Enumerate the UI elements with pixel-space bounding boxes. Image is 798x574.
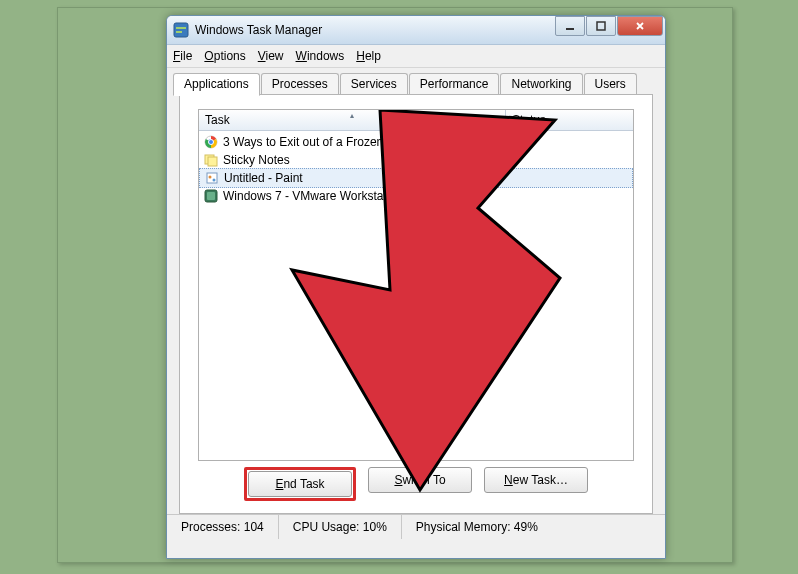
button-row: End Task Switch To New Task… [180,467,652,501]
tab-networking[interactable]: Networking [500,73,582,95]
end-task-button[interactable]: End Task [248,471,352,497]
applications-list[interactable]: Task ▴ Status 3 Ways to Exit out of a Fr… [198,109,634,461]
titlebar[interactable]: Windows Task Manager [167,16,665,45]
svg-rect-1 [176,27,186,29]
menu-view[interactable]: View [258,49,284,63]
list-header: Task ▴ Status [199,110,633,131]
svg-rect-10 [207,173,217,183]
menubar: File Options View Windows Help [167,45,665,68]
list-item-selected[interactable]: Untitled - Paint [199,168,633,188]
processes-value: 104 [244,520,264,534]
list-item[interactable]: Windows 7 - VMware Workstat [199,187,633,205]
new-task-button[interactable]: New Task… [484,467,588,493]
task-name: Untitled - Paint [224,171,628,185]
tab-applications[interactable]: Applications [173,73,260,96]
tabs-area: Applications Processes Services Performa… [167,68,665,514]
cpu-value: 10% [363,520,387,534]
list-body: 3 Ways to Exit out of a Frozen Computer … [199,131,633,207]
menu-file[interactable]: File [173,49,192,63]
app-icon [173,22,189,38]
menu-windows[interactable]: Windows [296,49,345,63]
status-memory: Physical Memory: 49% [402,515,552,539]
vmware-icon [203,188,219,204]
window-controls [554,16,663,36]
chrome-icon [203,134,219,150]
memory-label: Physical Memory: [416,520,511,534]
close-button[interactable] [617,16,663,36]
sticky-notes-icon [203,152,219,168]
switch-to-button[interactable]: Switch To [368,467,472,493]
tab-processes[interactable]: Processes [261,73,339,95]
statusbar: Processes: 104 CPU Usage: 10% Physical M… [167,514,665,539]
sort-indicator-icon: ▴ [350,111,354,120]
column-task[interactable]: Task ▴ [199,110,506,130]
end-task-highlight: End Task [244,467,356,501]
list-item[interactable]: Sticky Notes [199,151,633,169]
svg-point-11 [209,176,212,179]
tab-performance[interactable]: Performance [409,73,500,95]
minimize-button[interactable] [555,16,585,36]
svg-rect-0 [174,23,188,37]
tab-users[interactable]: Users [584,73,637,95]
svg-rect-9 [208,157,217,166]
maximize-button[interactable] [586,16,616,36]
column-status-label: Status [512,113,546,127]
tab-content: Task ▴ Status 3 Ways to Exit out of a Fr… [179,94,653,514]
svg-point-12 [213,179,216,182]
tab-services[interactable]: Services [340,73,408,95]
status-processes: Processes: 104 [167,515,279,539]
column-task-label: Task [205,113,230,127]
task-name: Sticky Notes [223,153,629,167]
column-status[interactable]: Status [506,110,633,130]
list-item[interactable]: 3 Ways to Exit out of a Frozen Computer … [199,133,633,151]
task-manager-window: Windows Task Manager File Options View W… [166,15,666,559]
processes-label: Processes: [181,520,240,534]
paint-icon [204,170,220,186]
task-name: 3 Ways to Exit out of a Frozen Computer … [223,135,629,149]
task-name: Windows 7 - VMware Workstat [223,189,629,203]
svg-rect-14 [207,192,215,200]
cpu-label: CPU Usage: [293,520,360,534]
svg-rect-2 [176,31,182,33]
memory-value: 49% [514,520,538,534]
svg-rect-3 [566,28,574,30]
status-cpu: CPU Usage: 10% [279,515,402,539]
svg-point-7 [209,140,214,145]
tab-strip: Applications Processes Services Performa… [173,73,659,95]
menu-options[interactable]: Options [204,49,245,63]
svg-rect-4 [597,22,605,30]
menu-help[interactable]: Help [356,49,381,63]
